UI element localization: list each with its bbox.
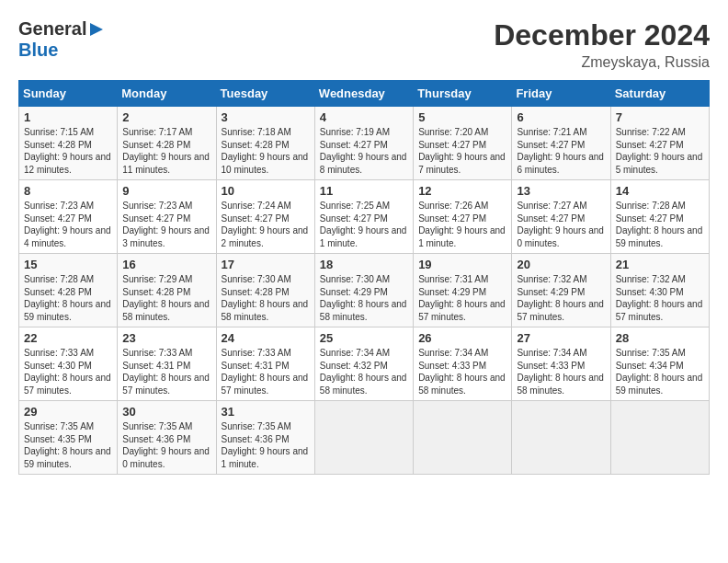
- day-number: 5: [418, 110, 506, 124]
- day-cell: 8Sunrise: 7:23 AMSunset: 4:27 PMDaylight…: [19, 180, 118, 254]
- day-number: 11: [320, 184, 408, 198]
- day-cell: 28Sunrise: 7:35 AMSunset: 4:34 PMDayligh…: [610, 327, 709, 401]
- logo: General Blue: [18, 18, 105, 61]
- day-number: 16: [122, 258, 210, 271]
- day-info: Sunrise: 7:23 AMSunset: 4:27 PMDaylight:…: [24, 200, 112, 249]
- day-info: Sunrise: 7:29 AMSunset: 4:28 PMDaylight:…: [122, 273, 210, 323]
- calendar-body: 1Sunrise: 7:15 AMSunset: 4:28 PMDaylight…: [19, 107, 710, 475]
- day-info: Sunrise: 7:33 AMSunset: 4:31 PMDaylight:…: [122, 347, 210, 396]
- day-cell: 14Sunrise: 7:28 AMSunset: 4:27 PMDayligh…: [610, 180, 709, 254]
- day-cell: 16Sunrise: 7:29 AMSunset: 4:28 PMDayligh…: [118, 254, 216, 327]
- day-cell: 22Sunrise: 7:33 AMSunset: 4:30 PMDayligh…: [19, 327, 118, 401]
- day-cell: 6Sunrise: 7:21 AMSunset: 4:27 PMDaylight…: [512, 107, 610, 180]
- logo-arrow-icon: [88, 21, 105, 38]
- day-cell: 11Sunrise: 7:25 AMSunset: 4:27 PMDayligh…: [314, 180, 413, 254]
- day-info: Sunrise: 7:33 AMSunset: 4:31 PMDaylight:…: [222, 347, 310, 396]
- day-number: 30: [122, 405, 210, 419]
- calendar-header: SundayMondayTuesdayWednesdayThursdayFrid…: [19, 81, 710, 107]
- day-cell: 26Sunrise: 7:34 AMSunset: 4:33 PMDayligh…: [414, 327, 512, 401]
- day-cell: [610, 401, 709, 475]
- day-cell: 20Sunrise: 7:32 AMSunset: 4:29 PMDayligh…: [512, 254, 610, 327]
- day-cell: 13Sunrise: 7:27 AMSunset: 4:27 PMDayligh…: [512, 180, 610, 254]
- day-number: 27: [517, 331, 605, 345]
- day-number: 26: [418, 331, 506, 345]
- day-info: Sunrise: 7:34 AMSunset: 4:33 PMDaylight:…: [517, 347, 605, 396]
- header-cell-wednesday: Wednesday: [314, 81, 413, 107]
- day-cell: 24Sunrise: 7:33 AMSunset: 4:31 PMDayligh…: [216, 327, 314, 401]
- day-info: Sunrise: 7:30 AMSunset: 4:28 PMDaylight:…: [222, 273, 310, 323]
- day-info: Sunrise: 7:21 AMSunset: 4:27 PMDaylight:…: [517, 126, 605, 176]
- day-cell: 5Sunrise: 7:20 AMSunset: 4:27 PMDaylight…: [414, 107, 512, 180]
- calendar-table: SundayMondayTuesdayWednesdayThursdayFrid…: [18, 80, 710, 475]
- day-cell: [314, 401, 413, 475]
- day-cell: 27Sunrise: 7:34 AMSunset: 4:33 PMDayligh…: [512, 327, 610, 401]
- day-number: 14: [616, 184, 704, 198]
- day-info: Sunrise: 7:34 AMSunset: 4:33 PMDaylight:…: [418, 347, 506, 396]
- svg-marker-0: [90, 23, 103, 36]
- day-info: Sunrise: 7:28 AMSunset: 4:27 PMDaylight:…: [616, 200, 704, 249]
- day-info: Sunrise: 7:15 AMSunset: 4:28 PMDaylight:…: [24, 126, 112, 176]
- day-cell: 23Sunrise: 7:33 AMSunset: 4:31 PMDayligh…: [118, 327, 216, 401]
- day-number: 13: [517, 184, 605, 198]
- day-number: 31: [222, 405, 310, 419]
- day-info: Sunrise: 7:30 AMSunset: 4:29 PMDaylight:…: [320, 273, 408, 323]
- day-info: Sunrise: 7:35 AMSunset: 4:36 PMDaylight:…: [122, 420, 210, 470]
- day-info: Sunrise: 7:35 AMSunset: 4:35 PMDaylight:…: [24, 420, 112, 470]
- day-cell: [512, 401, 610, 475]
- day-info: Sunrise: 7:33 AMSunset: 4:30 PMDaylight:…: [24, 347, 112, 396]
- day-info: Sunrise: 7:22 AMSunset: 4:27 PMDaylight:…: [616, 126, 704, 176]
- day-cell: 7Sunrise: 7:22 AMSunset: 4:27 PMDaylight…: [610, 107, 709, 180]
- day-cell: 19Sunrise: 7:31 AMSunset: 4:29 PMDayligh…: [414, 254, 512, 327]
- header-cell-saturday: Saturday: [610, 81, 709, 107]
- day-info: Sunrise: 7:25 AMSunset: 4:27 PMDaylight:…: [320, 200, 408, 249]
- day-cell: 31Sunrise: 7:35 AMSunset: 4:36 PMDayligh…: [216, 401, 314, 475]
- week-row-3: 22Sunrise: 7:33 AMSunset: 4:30 PMDayligh…: [19, 327, 710, 401]
- day-cell: 2Sunrise: 7:17 AMSunset: 4:28 PMDaylight…: [118, 107, 216, 180]
- day-cell: 17Sunrise: 7:30 AMSunset: 4:28 PMDayligh…: [216, 254, 314, 327]
- day-cell: 18Sunrise: 7:30 AMSunset: 4:29 PMDayligh…: [314, 254, 413, 327]
- day-number: 6: [517, 110, 605, 124]
- day-info: Sunrise: 7:32 AMSunset: 4:29 PMDaylight:…: [517, 273, 605, 323]
- day-number: 12: [418, 184, 506, 198]
- day-cell: 1Sunrise: 7:15 AMSunset: 4:28 PMDaylight…: [19, 107, 118, 180]
- day-number: 19: [418, 258, 506, 271]
- day-info: Sunrise: 7:17 AMSunset: 4:28 PMDaylight:…: [122, 126, 210, 176]
- header-cell-monday: Monday: [118, 81, 216, 107]
- day-info: Sunrise: 7:34 AMSunset: 4:32 PMDaylight:…: [320, 347, 408, 396]
- day-info: Sunrise: 7:20 AMSunset: 4:27 PMDaylight:…: [418, 126, 506, 176]
- day-number: 25: [320, 331, 408, 345]
- day-number: 18: [320, 258, 408, 271]
- day-cell: 12Sunrise: 7:26 AMSunset: 4:27 PMDayligh…: [414, 180, 512, 254]
- day-cell: 9Sunrise: 7:23 AMSunset: 4:27 PMDaylight…: [118, 180, 216, 254]
- day-info: Sunrise: 7:19 AMSunset: 4:27 PMDaylight:…: [320, 126, 408, 176]
- location-subtitle: Zmeyskaya, Russia: [494, 54, 710, 71]
- day-cell: 3Sunrise: 7:18 AMSunset: 4:28 PMDaylight…: [216, 107, 314, 180]
- day-info: Sunrise: 7:35 AMSunset: 4:34 PMDaylight:…: [616, 347, 704, 396]
- header-row: SundayMondayTuesdayWednesdayThursdayFrid…: [19, 81, 710, 107]
- day-number: 17: [222, 258, 310, 271]
- header-cell-tuesday: Tuesday: [216, 81, 314, 107]
- day-info: Sunrise: 7:31 AMSunset: 4:29 PMDaylight:…: [418, 273, 506, 323]
- title-area: December 2024 Zmeyskaya, Russia: [494, 18, 710, 71]
- day-cell: 29Sunrise: 7:35 AMSunset: 4:35 PMDayligh…: [19, 401, 118, 475]
- day-cell: 30Sunrise: 7:35 AMSunset: 4:36 PMDayligh…: [118, 401, 216, 475]
- day-number: 2: [122, 110, 210, 124]
- header-cell-friday: Friday: [512, 81, 610, 107]
- month-title: December 2024: [494, 18, 710, 52]
- day-info: Sunrise: 7:23 AMSunset: 4:27 PMDaylight:…: [122, 200, 210, 249]
- header-cell-sunday: Sunday: [19, 81, 118, 107]
- day-number: 21: [616, 258, 704, 271]
- day-number: 22: [24, 331, 112, 345]
- day-number: 10: [222, 184, 310, 198]
- logo-blue: Blue: [18, 40, 58, 60]
- day-number: 1: [24, 110, 112, 124]
- day-number: 3: [222, 110, 310, 124]
- day-number: 24: [222, 331, 310, 345]
- week-row-1: 8Sunrise: 7:23 AMSunset: 4:27 PMDaylight…: [19, 180, 710, 254]
- day-number: 4: [320, 110, 408, 124]
- day-number: 29: [24, 405, 112, 419]
- day-info: Sunrise: 7:32 AMSunset: 4:30 PMDaylight:…: [616, 273, 704, 323]
- header-cell-thursday: Thursday: [414, 81, 512, 107]
- day-info: Sunrise: 7:26 AMSunset: 4:27 PMDaylight:…: [418, 200, 506, 249]
- week-row-2: 15Sunrise: 7:28 AMSunset: 4:28 PMDayligh…: [19, 254, 710, 327]
